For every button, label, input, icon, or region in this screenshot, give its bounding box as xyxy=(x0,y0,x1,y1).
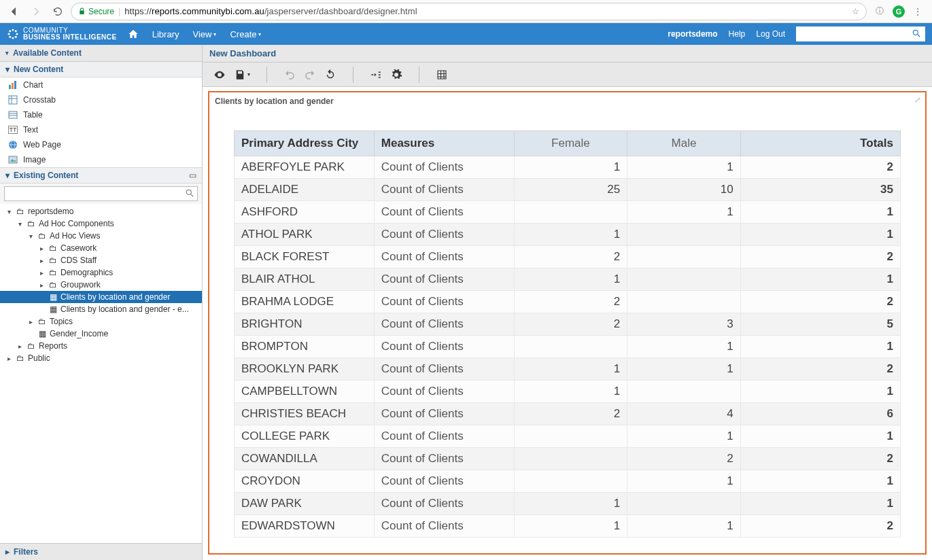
browser-menu-icon[interactable]: ⋮ xyxy=(909,3,927,20)
tree-public[interactable]: ▸🗀Public xyxy=(0,352,202,364)
new-text-item[interactable]: TTText xyxy=(0,122,202,137)
tree-adhoc-components[interactable]: ▾🗀Ad Hoc Components xyxy=(0,217,202,230)
chart-icon xyxy=(8,80,18,90)
brand-logo[interactable]: COMMUNITYBUSINESS INTELLIGENCE xyxy=(7,27,117,41)
search-icon[interactable] xyxy=(912,29,921,40)
tree-adhoc-views[interactable]: ▾🗀Ad Hoc Views xyxy=(0,230,202,242)
back-button[interactable] xyxy=(5,3,23,20)
new-chart-item[interactable]: Chart xyxy=(0,77,202,92)
expand-icon[interactable]: ▸ xyxy=(16,343,24,350)
save-button[interactable]: ▾ xyxy=(234,69,250,81)
new-image-item[interactable]: Image xyxy=(0,152,202,167)
collapse-icon[interactable]: ▾ xyxy=(5,208,13,215)
tree-reports[interactable]: ▸🗀Reports xyxy=(0,340,202,352)
cell-male xyxy=(627,246,741,268)
col-header-city[interactable]: Primary Address City xyxy=(235,131,375,156)
designer-toolbar: ▾ xyxy=(203,63,932,87)
col-header-totals[interactable]: Totals xyxy=(740,131,900,156)
expand-icon[interactable]: ▸ xyxy=(38,269,46,277)
cell-total: 1 xyxy=(740,425,900,448)
dashboard-title: New Dashboard xyxy=(203,45,932,63)
redo-icon[interactable] xyxy=(304,69,316,81)
nav-view[interactable]: View▾ xyxy=(193,29,217,39)
tree-casework[interactable]: ▸🗀Casework xyxy=(0,242,202,254)
collapse-icon[interactable]: ▾ xyxy=(27,232,35,240)
expand-icon[interactable]: ▸ xyxy=(38,281,46,289)
expand-icon[interactable]: ▸ xyxy=(38,245,46,252)
table-row[interactable]: BROMPTONCount of Clients11 xyxy=(235,336,901,358)
brand-line2: BUSINESS INTELLIGENCE xyxy=(23,34,117,41)
expand-icon[interactable]: ▸ xyxy=(27,318,35,326)
forward-button[interactable] xyxy=(27,3,45,20)
address-bar[interactable]: Secure | https://reports.communitybi.com… xyxy=(71,3,867,20)
table-row[interactable]: ATHOL PARKCount of Clients11 xyxy=(235,224,901,246)
new-crosstab-item[interactable]: Crosstab xyxy=(0,92,202,107)
search-icon[interactable] xyxy=(185,188,194,200)
table-row[interactable]: EDWARDSTOWNCount of Clients112 xyxy=(235,515,901,538)
available-content-header[interactable]: ▾ Available Content xyxy=(0,45,202,62)
table-row[interactable]: CAMPBELLTOWNCount of Clients11 xyxy=(235,381,901,403)
reset-icon[interactable] xyxy=(324,69,336,81)
cell-total: 1 xyxy=(740,224,900,246)
col-header-measures[interactable]: Measures xyxy=(374,131,514,156)
nav-logout[interactable]: Log Out xyxy=(756,29,785,39)
reload-button[interactable] xyxy=(49,3,67,20)
grid-icon[interactable] xyxy=(436,69,448,81)
nav-create[interactable]: Create▾ xyxy=(230,29,261,39)
cell-male xyxy=(627,493,741,515)
nav-library[interactable]: Library xyxy=(152,29,179,39)
input-controls-icon[interactable] xyxy=(370,69,382,81)
grammarly-extension-icon[interactable]: G xyxy=(893,5,905,18)
tree-topics[interactable]: ▸🗀Topics xyxy=(0,315,202,328)
content-search-input[interactable] xyxy=(4,186,198,201)
table-row[interactable]: BRAHMA LODGECount of Clients22 xyxy=(235,291,901,313)
table-row[interactable]: COLLEGE PARKCount of Clients11 xyxy=(235,425,901,448)
expand-icon[interactable]: ▸ xyxy=(38,257,46,264)
filters-header[interactable]: ▸ Filters xyxy=(0,543,202,560)
expand-icon[interactable]: ▸ xyxy=(5,355,13,362)
cell-measure: Count of Clients xyxy=(374,268,514,291)
tree-groupwork[interactable]: ▸🗀Groupwork xyxy=(0,279,202,291)
svg-point-24 xyxy=(186,190,191,194)
global-search-input[interactable] xyxy=(800,29,912,39)
tree-cds-staff[interactable]: ▸🗀CDS Staff xyxy=(0,254,202,266)
undo-icon[interactable] xyxy=(283,69,296,81)
col-header-female[interactable]: Female xyxy=(514,131,627,156)
home-icon[interactable] xyxy=(128,29,139,39)
table-row[interactable]: BROOKLYN PARKCount of Clients112 xyxy=(235,358,901,381)
dashboard-widget[interactable]: Clients by location and gender ⤢ Primary… xyxy=(208,91,927,555)
properties-icon[interactable] xyxy=(390,69,402,81)
table-row[interactable]: BRIGHTONCount of Clients235 xyxy=(235,313,901,336)
table-row[interactable]: BLACK FORESTCount of Clients22 xyxy=(235,246,901,268)
table-row[interactable]: ADELAIDECount of Clients251035 xyxy=(235,179,901,201)
table-row[interactable]: CHRISTIES BEACHCount of Clients246 xyxy=(235,403,901,425)
collapse-icon[interactable]: ▾ xyxy=(16,220,24,228)
tree-demographics[interactable]: ▸🗀Demographics xyxy=(0,266,202,279)
preview-icon[interactable] xyxy=(213,69,226,81)
table-row[interactable]: DAW PARKCount of Clients11 xyxy=(235,493,901,515)
maximize-icon[interactable]: ⤢ xyxy=(914,95,921,105)
new-content-header[interactable]: ▾ New Content xyxy=(0,62,202,77)
panel-options-icon[interactable]: ▭ xyxy=(189,171,196,180)
global-search[interactable] xyxy=(796,27,925,41)
bookmark-star-icon[interactable]: ☆ xyxy=(852,7,859,16)
tree-clients-by-location-gender-e[interactable]: ▦Clients by location and gender - e... xyxy=(0,303,202,315)
col-header-male[interactable]: Male xyxy=(627,131,741,156)
nav-help[interactable]: Help xyxy=(729,29,746,39)
table-row[interactable]: ASHFORDCount of Clients11 xyxy=(235,201,901,224)
table-row[interactable]: BLAIR ATHOLCount of Clients11 xyxy=(235,268,901,291)
tree-clients-by-location-gender[interactable]: ▦Clients by location and gender xyxy=(0,291,202,303)
new-table-item[interactable]: Table xyxy=(0,107,202,122)
info-icon[interactable]: ⓘ xyxy=(871,3,888,20)
svg-point-4 xyxy=(9,30,11,32)
new-webpage-item[interactable]: Web Page xyxy=(0,137,202,152)
tree-root-reportsdemo[interactable]: ▾🗀reportsdemo xyxy=(0,205,202,217)
table-row[interactable]: CROYDONCount of Clients11 xyxy=(235,470,901,493)
tree-gender-income[interactable]: ▦Gender_Income xyxy=(0,328,202,340)
view-icon: ▦ xyxy=(48,304,58,314)
current-user[interactable]: reportsdemo xyxy=(668,29,717,39)
existing-content-header[interactable]: ▾ Existing Content ▭ xyxy=(0,168,202,183)
table-row[interactable]: COWANDILLACount of Clients22 xyxy=(235,448,901,470)
cell-female xyxy=(514,425,627,448)
table-row[interactable]: ABERFOYLE PARKCount of Clients112 xyxy=(235,156,901,179)
